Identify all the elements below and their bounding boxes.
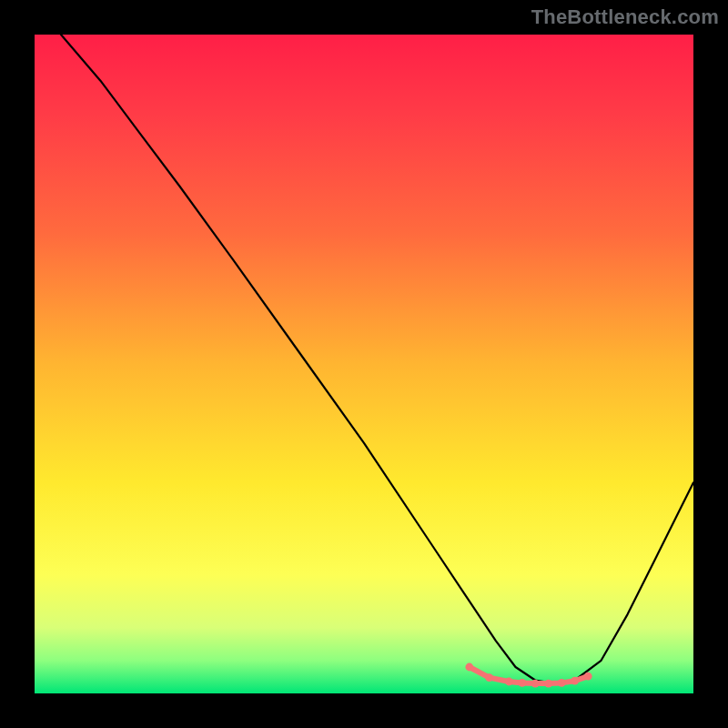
- highlight-point: [544, 680, 552, 688]
- highlight-point: [518, 679, 526, 687]
- highlight-point: [531, 680, 540, 688]
- highlight-point: [485, 673, 493, 682]
- chart-frame: TheBottleneck.com: [0, 0, 728, 728]
- highlight-point: [584, 672, 592, 681]
- highlight-point: [505, 678, 513, 686]
- highlight-point: [558, 679, 566, 687]
- plot-svg: [35, 35, 693, 693]
- plot-area: [35, 35, 693, 693]
- watermark: TheBottleneck.com: [531, 5, 719, 29]
- highlight-point: [465, 663, 473, 672]
- highlight-point: [571, 677, 579, 685]
- gradient-background: [35, 35, 693, 693]
